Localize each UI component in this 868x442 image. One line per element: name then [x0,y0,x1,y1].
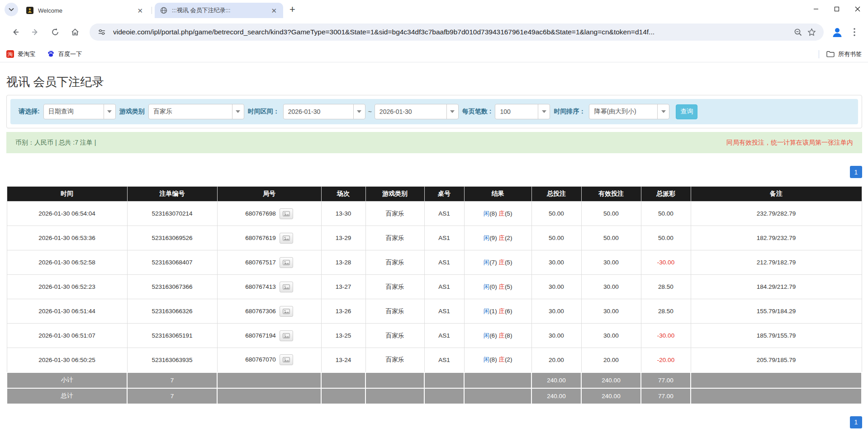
profile-avatar[interactable] [829,24,845,40]
cell-time: 2026-01-30 06:51:44 [7,299,127,324]
round-result-image-button[interactable] [280,208,293,219]
cell-payout: -30.00 [641,250,691,275]
zoom-indicator-icon[interactable] [791,25,805,39]
round-result-image-button[interactable] [280,330,293,341]
result-banker-score: (5) [505,210,512,217]
welcome-favicon-icon [26,7,33,14]
result-player-score: (0) [489,283,498,290]
result-player-score: (6) [489,332,498,339]
cell-note: 182.79/232.79 [691,226,862,250]
cell-total-bet-link[interactable]: 20.00 [531,348,581,372]
cell-time: 2026-01-30 06:52:58 [7,250,127,275]
page-1-button[interactable]: 1 [850,166,862,178]
result-banker-score: (6) [505,308,512,315]
bookmark-star-icon[interactable] [805,25,818,39]
address-bar[interactable]: videoie.com/ipl/portal.php/game/betrecor… [90,24,824,41]
date-to-select[interactable]: 2026-01-30 [375,104,459,119]
summary-row: 总计7240.00240.0077.00 [7,388,862,404]
tab-welcome[interactable]: Welcome ✕ [21,3,149,18]
bookmark-taobao[interactable]: 淘 爱淘宝 [6,50,35,58]
summary-label: 总计 [7,388,127,404]
minimize-icon [813,6,819,12]
date-from-select[interactable]: 2026-01-30 [283,104,365,119]
cell-total-bet-link[interactable]: 50.00 [531,202,581,226]
tab-title: :::视讯 会员下注纪录::: [172,6,269,14]
column-header: 总派彩 [641,187,691,202]
result-banker-label: 庄 [498,259,505,266]
cell-valid-bet: 20.00 [581,348,641,372]
result-banker-label: 庄 [498,332,505,339]
back-button[interactable] [7,24,24,40]
close-window-button[interactable] [847,0,868,18]
tab-close-icon[interactable]: ✕ [135,7,145,14]
column-header: 场次 [321,187,365,202]
result-banker-label: 庄 [498,210,505,217]
cell-game-type: 百家乐 [365,250,424,275]
maximize-icon [834,6,840,12]
browser-menu-button[interactable] [846,24,863,40]
kebab-menu-icon [854,28,855,36]
site-settings-icon[interactable] [95,25,109,39]
reload-button[interactable] [47,24,63,40]
minimize-button[interactable] [806,0,826,18]
tab-title: Welcome [38,7,135,14]
round-id-text: 680767517 [245,259,276,265]
summary-empty-cell [464,388,531,404]
column-header: 有效投注 [581,187,641,202]
table-row: 2026-01-30 06:53:36523163069526680767619… [7,226,862,250]
cell-table-no: AS1 [424,202,464,226]
cell-valid-bet: 30.00 [581,275,641,299]
result-player-label: 闲 [484,235,490,241]
round-result-image-button[interactable] [280,282,293,292]
tab-close-icon[interactable]: ✕ [269,7,279,14]
summary-empty-cell [321,388,365,404]
round-id-text: 680767698 [245,210,276,216]
result-banker-label: 庄 [498,235,505,241]
cell-note: 212.79/182.79 [691,250,862,275]
cell-valid-bet: 50.00 [581,202,641,226]
search-button[interactable]: 查询 [676,104,697,119]
round-result-image-button[interactable] [280,306,293,317]
cell-payout: 28.50 [641,275,691,299]
page-size-select[interactable]: 100 [495,104,550,119]
chevron-down-icon [657,104,669,119]
cell-total-bet-link[interactable]: 30.00 [531,275,581,299]
home-button[interactable] [67,24,83,40]
page-1-button[interactable]: 1 [850,416,862,428]
column-header: 局号 [217,187,321,202]
all-bookmarks[interactable]: 所有书签 [819,50,862,58]
round-result-image-button[interactable] [280,257,293,268]
maximize-button[interactable] [826,0,847,18]
result-banker-label: 庄 [498,308,505,315]
taobao-icon: 淘 [6,50,14,58]
bookmark-baidu[interactable]: 百度一下 [47,50,82,58]
result-banker-label: 庄 [498,356,505,363]
date-range-label: 时间区间： [248,108,280,116]
cell-time: 2026-01-30 06:53:36 [7,226,127,250]
cell-result: 闲(8) 庄(2) [464,348,531,372]
cell-total-bet-link[interactable]: 30.00 [531,299,581,324]
filter-bar: 请选择: 日期查询 游戏类别 百家乐 时间区间： 2026-01-30 ~ 20… [10,99,858,124]
cell-total-bet-link[interactable]: 30.00 [531,324,581,348]
cell-game-type: 百家乐 [365,299,424,324]
result-player-label: 闲 [484,308,490,315]
round-result-image-button[interactable] [280,354,293,365]
cell-total-bet-link[interactable]: 50.00 [531,226,581,250]
sort-order-select[interactable]: 降幂(由大到小) [589,104,669,119]
forward-button[interactable] [27,24,43,40]
tab-bet-records[interactable]: :::视讯 会员下注纪录::: ✕ [155,3,283,18]
new-tab-button[interactable]: + [289,5,295,14]
url-text[interactable]: videoie.com/ipl/portal.php/game/betrecor… [113,28,791,36]
column-header: 备注 [691,187,862,202]
table-row: 2026-01-30 06:51:44523163066326680767306… [7,299,862,324]
game-type-select[interactable]: 百家乐 [148,104,244,119]
cell-result: 闲(6) 庄(8) [464,324,531,348]
round-result-image-button[interactable] [280,233,293,244]
filter-panel: 请选择: 日期查询 游戏类别 百家乐 时间区间： 2026-01-30 ~ 20… [6,95,862,128]
tab-search-button[interactable] [5,3,18,16]
query-type-select[interactable]: 日期查询 [43,104,116,119]
result-player-score: (1) [489,308,498,315]
chevron-down-icon [538,104,550,119]
cell-note: 232.79/282.79 [691,202,862,226]
cell-total-bet-link[interactable]: 30.00 [531,250,581,275]
